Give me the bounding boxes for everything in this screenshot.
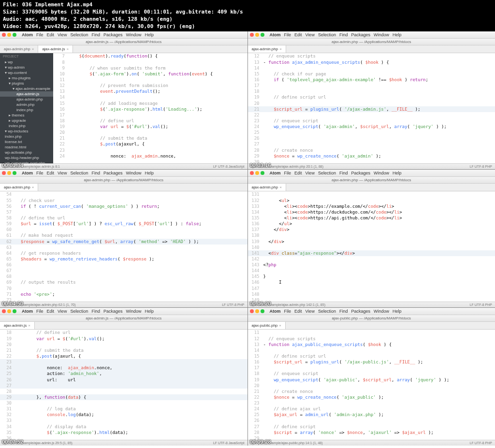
menu-item[interactable]: View [58, 171, 67, 175]
menu-item[interactable]: Window [374, 32, 389, 37]
code-line[interactable]: 29 [248, 435, 495, 440]
code-text[interactable] [69, 94, 248, 100]
code-line[interactable]: 143<?php [248, 262, 495, 268]
menu-item[interactable]: Help [145, 32, 154, 37]
code-text[interactable] [263, 268, 495, 274]
code-line[interactable]: 29 $nonce = wp_create_nonce( 'ajax_admin… [248, 153, 495, 159]
menu-item[interactable]: Selection [70, 32, 88, 37]
code-line[interactable]: 22 $nonce = wp_create_nonce( 'ajax_publi… [248, 394, 495, 400]
code-line[interactable]: 23 [248, 400, 495, 406]
menu-item[interactable]: Edit [294, 309, 302, 314]
code-line[interactable]: 131 [248, 191, 495, 197]
code-text[interactable]: $ajax_url = admin_url( 'admin-ajax.php' … [263, 412, 495, 418]
code-line[interactable]: 57 [0, 209, 248, 215]
menu-item[interactable]: Packages [103, 309, 123, 314]
menu-item[interactable]: Edit [294, 32, 302, 37]
code-line[interactable]: 145} [248, 274, 495, 279]
code-line[interactable]: 11 [53, 77, 248, 83]
code-line[interactable]: 140 [248, 245, 495, 250]
close-icon[interactable]: × [279, 47, 282, 51]
code-line[interactable]: 66 [0, 262, 248, 268]
code-line[interactable]: 136 </ul> [248, 221, 495, 227]
code-text[interactable] [263, 101, 495, 106]
y-dot-icon[interactable] [7, 171, 11, 175]
tree-item[interactable]: index.php [0, 107, 53, 113]
code-text[interactable]: // check if our page [263, 71, 495, 77]
code-line[interactable]: 15 // define script url [248, 353, 495, 359]
tree-item[interactable]: ▸ themes [0, 113, 53, 118]
code-line[interactable]: 17 [248, 83, 495, 88]
menu-item[interactable]: View [58, 32, 67, 37]
code-text[interactable]: $nonce = wp_create_nonce( 'ajax_admin' )… [263, 153, 495, 159]
code-text[interactable] [263, 435, 495, 440]
code-text[interactable]: $response = wp_safe_remote_get( $url, ar… [15, 239, 248, 245]
menu-item[interactable]: Atom [22, 32, 33, 37]
code-text[interactable]: $.post(ajaxurl, { [15, 353, 248, 359]
code-text[interactable]: $(document).ready(function() { [69, 53, 248, 59]
g-dot-icon[interactable] [261, 309, 264, 313]
tab[interactable]: ajax-public.php× [248, 322, 286, 329]
y-dot-icon[interactable] [7, 33, 11, 37]
tree-item[interactable]: ▾ wp-content [0, 70, 53, 75]
code-line[interactable]: 28 [0, 389, 248, 394]
menu-item[interactable]: File [36, 171, 44, 175]
menu-item[interactable]: Selection [70, 309, 88, 314]
menu-item[interactable]: View [306, 32, 315, 37]
window-controls[interactable] [2, 309, 16, 313]
code-text[interactable] [15, 389, 248, 394]
menu-item[interactable]: Find [339, 32, 348, 37]
menu-item[interactable]: Atom [22, 171, 33, 175]
code-line[interactable]: 19 // define script url [248, 94, 495, 100]
code-line[interactable]: 144 [248, 268, 495, 274]
code-line[interactable]: 142 [248, 256, 495, 262]
tree-item[interactable]: ▸ wp [0, 59, 53, 65]
tree-item[interactable]: wp-blog-header.php [0, 155, 53, 160]
code-text[interactable]: // create nonce [263, 147, 495, 153]
code-line[interactable]: 33 [0, 418, 248, 423]
code-editor[interactable]: 7 $(document).ready(function() {89 // wh… [53, 53, 248, 163]
code-text[interactable]: </div> [263, 227, 495, 232]
tree-item[interactable]: wp-activate.php [0, 150, 53, 155]
code-line[interactable]: 16 if ( 'toplevel_page_ajax-admin-exampl… [248, 77, 495, 83]
tab[interactable]: ajax-admin.php× [0, 45, 38, 53]
menu-item[interactable]: Atom [270, 32, 281, 37]
menu-item[interactable]: File [284, 171, 291, 175]
code-text[interactable]: wp_enqueue_script( 'ajax-public', $scrip… [263, 377, 495, 383]
code-text[interactable] [15, 359, 248, 365]
code-line[interactable]: 22 $.post(ajaxurl, { [0, 353, 248, 359]
code-text[interactable] [15, 342, 248, 347]
close-icon[interactable]: × [32, 185, 34, 189]
code-line[interactable]: 60 [0, 227, 248, 232]
code-line[interactable]: 18 [248, 88, 495, 94]
code-line[interactable]: 65 $headers = wp_remote_retrieve_headers… [0, 256, 248, 262]
code-text[interactable]: // output the results [15, 279, 248, 285]
code-line[interactable]: 30 [0, 400, 248, 406]
code-line[interactable]: 146 I [248, 279, 495, 285]
code-line[interactable]: 148 [248, 291, 495, 297]
g-dot-icon[interactable] [13, 309, 16, 313]
code-text[interactable] [263, 365, 495, 371]
code-line[interactable]: 69 // output the results [0, 279, 248, 285]
code-text[interactable]: </div> [263, 239, 495, 245]
file-tree[interactable]: Project▸ wp▾ wp-admin▾ wp-content▸ mu-pl… [0, 53, 53, 163]
code-text[interactable]: // define ajax url [263, 406, 495, 412]
code-line[interactable]: 23 [0, 359, 248, 365]
code-line[interactable]: 67 [0, 268, 248, 274]
tree-item[interactable]: ▾ wp-includes [0, 129, 53, 134]
code-text[interactable]: <?php [263, 262, 495, 268]
menu-item[interactable]: Find [91, 171, 100, 175]
code-line[interactable]: 147 [248, 286, 495, 291]
code-text[interactable] [69, 77, 248, 83]
code-text[interactable]: } [263, 274, 495, 279]
window-controls[interactable] [2, 33, 16, 37]
code-line[interactable]: 20 [248, 101, 495, 106]
code-line[interactable]: 139 </div> [248, 239, 495, 245]
code-line[interactable]: 23 // enqueue script [248, 118, 495, 124]
code-text[interactable]: action: 'admin_hook', [15, 371, 248, 376]
code-text[interactable]: $url = isset( $_POST['url'] ) ? esc_url_… [15, 221, 248, 227]
code-line[interactable]: 58 // define the url [0, 215, 248, 221]
close-icon[interactable]: × [28, 323, 30, 328]
code-line[interactable]: 70 [0, 286, 248, 291]
tree-item[interactable]: index.php [0, 123, 53, 129]
tree-item[interactable]: readme.html [0, 145, 53, 150]
